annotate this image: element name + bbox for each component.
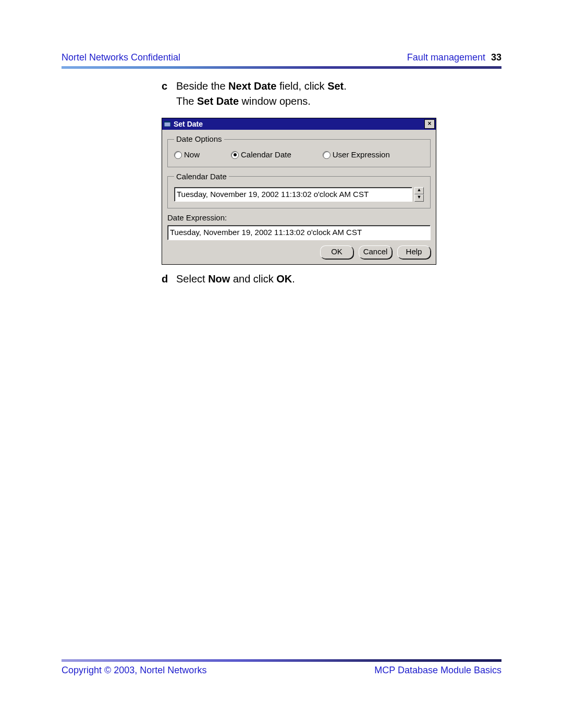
footer-title: MCP Database Module Basics: [374, 665, 501, 676]
radio-userexpr-label: User Expression: [333, 150, 390, 160]
radio-now-dot: [174, 151, 182, 159]
date-options-legend: Date Options: [174, 134, 224, 144]
page-header: Nortel Networks Confidential Fault manag…: [62, 52, 501, 63]
step-c-line2: The Set Date window opens.: [176, 94, 438, 108]
titlebar[interactable]: Set Date ×: [162, 118, 436, 130]
close-button[interactable]: ×: [424, 119, 435, 129]
ok-button[interactable]: OK: [320, 245, 353, 259]
help-button[interactable]: Help: [397, 245, 431, 259]
radio-calendar-date[interactable]: Calendar Date: [231, 150, 291, 160]
window-icon: [163, 120, 172, 128]
spin-down-button[interactable]: ▼: [414, 194, 424, 202]
date-expression-label: Date Expression:: [167, 213, 431, 223]
radio-now-label: Now: [184, 150, 200, 160]
calendar-date-legend: Calendar Date: [174, 171, 229, 182]
radio-user-expression[interactable]: User Expression: [323, 150, 390, 160]
svg-rect-0: [164, 122, 170, 127]
date-options-group: Date Options Now Calendar Date User E: [167, 134, 431, 167]
step-d-text: Select Now and click OK.: [176, 272, 438, 286]
step-c-text: Beside the Next Date field, click Set.: [176, 79, 438, 93]
step-c: c Beside the Next Date field, click Set.: [162, 79, 438, 93]
step-d: d Select Now and click OK.: [162, 272, 438, 286]
cancel-button[interactable]: Cancel: [359, 245, 392, 259]
date-spinner: ▲ ▼: [414, 187, 424, 202]
calendar-date-field[interactable]: Tuesday, November 19, 2002 11:13:02 o'cl…: [174, 187, 412, 202]
header-confidential: Nortel Networks Confidential: [62, 52, 180, 63]
spin-up-button[interactable]: ▲: [414, 187, 424, 194]
calendar-date-group: Calendar Date Tuesday, November 19, 2002…: [167, 171, 431, 209]
header-section: Fault management 33: [407, 52, 501, 63]
radio-now[interactable]: Now: [174, 150, 200, 160]
radio-userexpr-dot: [323, 151, 331, 159]
date-expression-field[interactable]: Tuesday, November 19, 2002 11:13:02 o'cl…: [167, 225, 431, 240]
header-section-text: Fault management: [407, 52, 485, 63]
radio-calendar-label: Calendar Date: [241, 150, 291, 160]
step-c-letter: c: [162, 79, 176, 93]
page-number: 33: [491, 52, 501, 63]
radio-calendar-dot: [231, 151, 239, 159]
bottom-rule: [62, 659, 501, 662]
step-d-letter: d: [162, 272, 176, 286]
footer-copyright: Copyright © 2003, Nortel Networks: [62, 665, 206, 676]
top-rule: [62, 66, 501, 69]
svg-rect-1: [164, 121, 170, 122]
set-date-window: Set Date × Date Options Now Calendar Dat…: [162, 118, 436, 265]
page-footer: Copyright © 2003, Nortel Networks MCP Da…: [62, 665, 501, 676]
window-title: Set Date: [174, 119, 424, 129]
